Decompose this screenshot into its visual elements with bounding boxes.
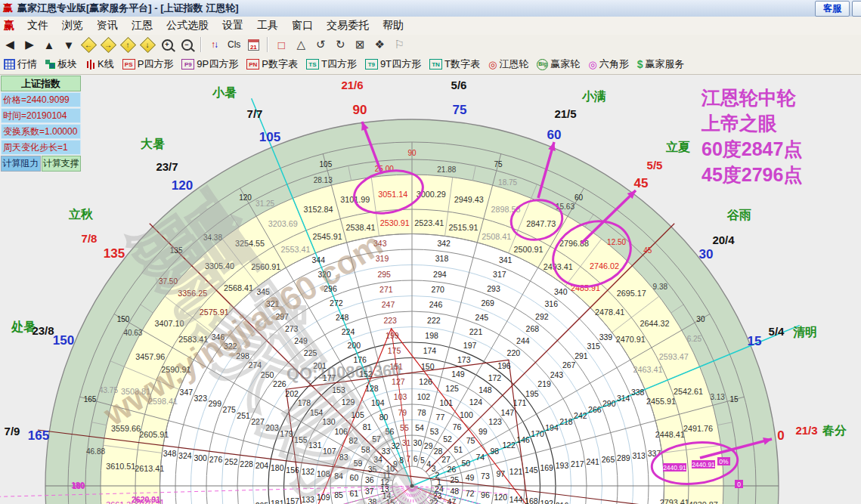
pan-down-icon[interactable]: ↓ (138, 36, 156, 53)
svg-text:4: 4 (426, 459, 431, 468)
square-tool-icon[interactable]: □ (272, 36, 290, 53)
svg-text:2593.47: 2593.47 (659, 352, 689, 361)
blocks-icon (45, 60, 55, 69)
svg-text:246: 246 (429, 300, 443, 309)
svg-text:145: 145 (525, 465, 538, 475)
view-button-kline[interactable]: K线 (85, 57, 114, 71)
svg-text:55: 55 (400, 423, 409, 432)
svg-text:2644.32: 2644.32 (640, 319, 669, 328)
updown-icon[interactable]: ↑↓ (206, 36, 224, 53)
svg-text:96: 96 (481, 490, 490, 499)
svg-text:123: 123 (488, 417, 502, 426)
winner-wheel-icon: Big (537, 59, 548, 70)
service-button[interactable]: 客服 (815, 1, 850, 17)
menu-item-8[interactable]: 交易委托 (320, 17, 376, 34)
forward-icon[interactable]: ▶ (20, 36, 39, 53)
view-button-t-table[interactable]: TNT数字表 (429, 57, 480, 71)
hexagon-icon: ◎ (588, 60, 596, 70)
svg-text:2847.73: 2847.73 (526, 219, 556, 228)
svg-text:172: 172 (488, 373, 502, 382)
svg-text:223: 223 (383, 316, 397, 325)
svg-text:181: 181 (271, 499, 284, 504)
down-triangle-icon[interactable]: ▼ (60, 36, 78, 53)
triangle-tool-icon[interactable]: △ (292, 36, 310, 53)
calendar-icon[interactable]: 21 (244, 36, 262, 53)
view-button-winner-service[interactable]: $赢家服务 (637, 57, 685, 71)
view-button-quotes[interactable]: 行情 (4, 57, 37, 71)
view-button-winner-wheel[interactable]: Big赢家轮 (537, 57, 580, 71)
angle-label: 90 (353, 103, 367, 117)
svg-text:267: 267 (562, 360, 576, 369)
pan-right-icon[interactable]: → (99, 36, 117, 53)
zoom-in-icon[interactable]: + (158, 36, 176, 53)
svg-text:26: 26 (448, 465, 457, 474)
solar-term-label: 小满 (581, 90, 606, 103)
menu-item-7[interactable]: 窗口 (285, 17, 320, 34)
svg-text:121: 121 (509, 467, 523, 476)
p-square-icon: PS (122, 59, 135, 70)
date-label: 21/3 (795, 424, 817, 437)
svg-text:199: 199 (386, 331, 399, 340)
svg-text:2542.61: 2542.61 (674, 387, 703, 396)
svg-text:2493.41: 2493.41 (544, 262, 573, 271)
svg-text:21.88: 21.88 (437, 165, 456, 174)
svg-text:294: 294 (433, 270, 447, 279)
menu-item-0[interactable]: 文件 (20, 17, 55, 34)
view-button-p-square[interactable]: PSP四方形 (122, 57, 174, 71)
xbox-tool-icon[interactable]: ⊠ (351, 36, 369, 53)
angle-label: 30 (699, 247, 714, 261)
view-button-t-square[interactable]: TST四方形 (306, 57, 357, 71)
svg-text:2478.41: 2478.41 (595, 308, 624, 317)
svg-text:341: 341 (499, 255, 513, 264)
svg-text:272: 272 (330, 298, 343, 308)
partial-button[interactable] (852, 1, 861, 17)
svg-text:169: 169 (540, 463, 553, 472)
rotate-cw-icon[interactable]: ↻ (331, 36, 349, 53)
angle-label: 105 (259, 130, 280, 144)
date-label: 20/4 (712, 233, 735, 246)
calc-support-button[interactable]: 计算支撑 (42, 156, 82, 172)
svg-text:276: 276 (209, 455, 223, 464)
svg-text:147: 147 (501, 408, 515, 417)
view-button-9t-square[interactable]: T99T四方形 (365, 57, 421, 71)
svg-text:15: 15 (729, 395, 739, 404)
expand-tool-icon[interactable]: ❖ (370, 36, 389, 53)
menu-item-1[interactable]: 浏览 (55, 17, 90, 34)
flag-tool-icon[interactable]: ⚐ (390, 36, 408, 53)
view-button-p-table[interactable]: PNP数字表 (246, 57, 298, 71)
svg-text:292: 292 (535, 312, 549, 321)
svg-text:220: 220 (507, 348, 521, 357)
svg-text:245: 245 (475, 313, 489, 322)
cls-button[interactable]: Cls (225, 36, 243, 53)
view-button-gann-wheel[interactable]: ◎江恩轮 (488, 57, 528, 71)
menu-bar: 赢 文件浏览资讯江恩公式选股设置工具窗口交易委托帮助 (0, 17, 861, 36)
svg-text:4830.87: 4830.87 (689, 500, 718, 504)
view-button-9p-square[interactable]: P99P四方形 (181, 57, 238, 71)
date-label: 7/7 (247, 107, 263, 120)
menu-item-9[interactable]: 帮助 (376, 17, 410, 34)
zoom-out-icon[interactable]: − (178, 36, 196, 53)
svg-text:31.25: 31.25 (256, 199, 274, 208)
pan-left-icon[interactable]: ← (79, 36, 98, 53)
angle-label: 135 (104, 246, 125, 261)
svg-text:124: 124 (469, 397, 483, 407)
menu-item-2[interactable]: 资讯 (90, 17, 125, 34)
menu-item-3[interactable]: 江恩 (125, 17, 160, 34)
svg-text:266: 266 (588, 405, 602, 414)
calc-resistance-button[interactable]: 计算阻力 (1, 156, 41, 172)
angle-label: 45 (634, 176, 649, 190)
menu-item-4[interactable]: 公式选股 (160, 17, 215, 34)
svg-text:2440.91: 2440.91 (692, 461, 715, 468)
rotate-ccw-icon[interactable]: ↺ (311, 36, 330, 53)
view-button-sectors[interactable]: 板块 (45, 57, 77, 71)
svg-text:101: 101 (439, 398, 453, 407)
pan-up-icon[interactable]: ↑ (119, 36, 137, 53)
svg-text:300: 300 (194, 453, 207, 462)
svg-text:2523.41: 2523.41 (414, 218, 444, 227)
view-button-hexagon[interactable]: ◎六角形 (588, 57, 628, 71)
menu-item-6[interactable]: 工具 (250, 17, 285, 34)
back-icon[interactable]: ◀ (1, 36, 19, 53)
svg-text:125: 125 (445, 384, 459, 393)
up-triangle-icon[interactable]: ▲ (40, 36, 58, 53)
menu-item-5[interactable]: 设置 (215, 17, 250, 34)
